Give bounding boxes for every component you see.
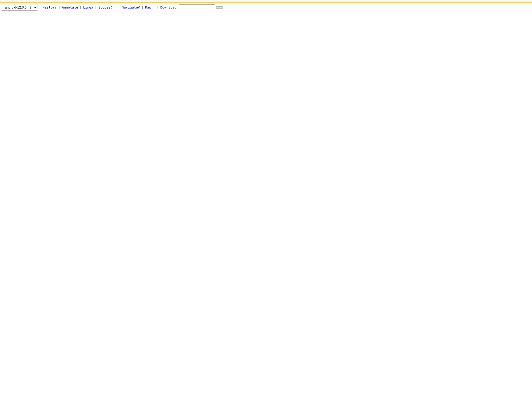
current-directory-checkbox[interactable] (224, 6, 227, 9)
nav-sep-4: | (95, 5, 97, 9)
nav-link-line[interactable]: Line# (83, 5, 93, 9)
nav-sep-6: | (118, 5, 120, 9)
nav-sep-5 (114, 5, 116, 9)
search-button[interactable] (216, 6, 223, 9)
navigation-bar: android-12.0.0_r3 | History | Annotate |… (0, 3, 532, 12)
nav-sep-3: | (80, 5, 82, 9)
nav-sep-9: | (157, 5, 159, 9)
nav-link-navigate[interactable]: Navigate# (122, 5, 140, 9)
search-input[interactable] (179, 4, 215, 10)
nav-link-scopes[interactable]: Scopes# (98, 5, 113, 9)
nav-link-raw[interactable]: Raw (145, 5, 151, 9)
version-select[interactable]: android-12.0.0_r3 (2, 4, 37, 11)
nav-link-history[interactable]: History (43, 5, 57, 9)
nav-link-download[interactable]: Download (160, 5, 177, 9)
nav-sep-1: | (39, 5, 41, 9)
code-viewer (0, 12, 532, 14)
nav-sep-8 (153, 5, 155, 9)
nav-sep-7: | (142, 5, 144, 9)
nav-link-annotate[interactable]: Annotate (62, 5, 78, 9)
breadcrumb (0, 0, 532, 3)
nav-sep-2: | (58, 5, 60, 9)
